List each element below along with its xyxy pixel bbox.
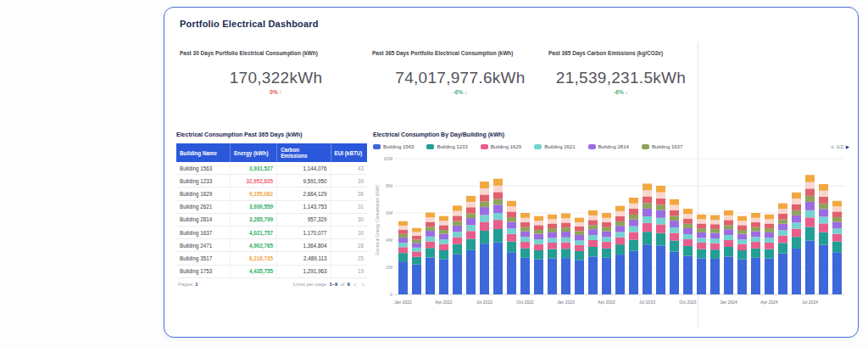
- legend-item[interactable]: Building 2621: [534, 144, 575, 149]
- bar-segment: [710, 259, 720, 294]
- bar-segment: [507, 222, 516, 229]
- lines-per-page: Lines per page 1–9 of 9 < >: [293, 282, 365, 288]
- table-cell: 9,591,950: [277, 175, 331, 187]
- bar-segment: [778, 219, 787, 223]
- bar-segment: [534, 234, 543, 239]
- bar-segment: [765, 232, 774, 238]
- bar-segment: [751, 213, 760, 218]
- kpi-value: 170,322kWh: [180, 69, 372, 87]
- bar-segment: [805, 202, 815, 210]
- y-axis-label: Electrical Energy Consumption (kWh): [375, 185, 380, 255]
- bar-segment: [602, 237, 611, 242]
- bar-segment: [426, 227, 435, 231]
- bar-segment: [737, 225, 747, 230]
- y-tick-label: 0: [390, 292, 392, 297]
- bar-segment: [602, 213, 611, 218]
- bar-segment: [548, 249, 557, 259]
- bar-segment: [439, 244, 448, 250]
- bar-segment: [588, 235, 598, 240]
- legend-item[interactable]: Building 2814: [588, 144, 629, 149]
- bar-segment: [697, 249, 706, 259]
- chevron-left-icon[interactable]: <: [353, 282, 358, 288]
- kpi-row: Past 30 Days Portfolio Electrical Consum…: [180, 50, 693, 95]
- x-tick-label: Apr 2022: [435, 299, 453, 305]
- legend-next-icon[interactable]: ▶: [846, 144, 849, 149]
- bar-segment: [507, 252, 516, 294]
- bar-segment: [724, 240, 733, 247]
- bar-segment: [751, 249, 760, 258]
- bar-segment: [412, 236, 421, 240]
- bar-segment: [629, 240, 638, 251]
- bar-segment: [561, 232, 570, 238]
- bar-segment: [602, 249, 611, 258]
- bar-segment: [710, 224, 720, 229]
- bar-segment: [493, 199, 503, 205]
- table-cell: 28: [331, 239, 367, 252]
- bar-segment: [480, 215, 489, 221]
- bar-segment: [466, 231, 476, 238]
- bar-segment: [765, 238, 774, 243]
- legend-pager: ◀1/2▶: [830, 144, 849, 149]
- bar-segment: [792, 229, 801, 238]
- bar-segment: [466, 225, 476, 231]
- chevron-right-icon[interactable]: >: [360, 282, 365, 288]
- bar-segment: [588, 229, 598, 235]
- legend-item[interactable]: Building 1629: [481, 144, 521, 149]
- bar-segment: [697, 258, 706, 294]
- bar-segment: [683, 246, 693, 256]
- bar-segment: [548, 238, 557, 243]
- bar-segment: [548, 223, 557, 228]
- bar-segment: [670, 233, 679, 241]
- table-cell: 3,285,799: [230, 213, 276, 226]
- legend-item[interactable]: Building 1233: [426, 144, 467, 149]
- x-tick-label: Jan 2022: [394, 299, 412, 305]
- bar-segment: [792, 215, 801, 222]
- bar-segment: [697, 223, 706, 228]
- bar-segment: [426, 222, 435, 227]
- bar-segment: [493, 220, 503, 229]
- bar-segment: [737, 230, 747, 234]
- bar-segment: [426, 257, 435, 294]
- consumption-table-panel: Electrical Consumption Past 365 Days (kW…: [176, 132, 367, 288]
- bar-segment: [453, 215, 462, 221]
- bar-segment: [493, 229, 503, 243]
- bar-segment: [629, 209, 638, 215]
- legend-prev-icon[interactable]: ◀: [830, 144, 833, 149]
- bar-segment: [412, 232, 421, 235]
- bar-segment: [792, 237, 801, 249]
- bar-segment: [778, 254, 787, 294]
- bar-segment: [832, 217, 842, 222]
- x-tick-label: Jan 2024: [720, 299, 737, 305]
- bar-segment: [643, 216, 652, 223]
- bar-segment: [751, 222, 760, 227]
- lines-label: Lines per page: [293, 282, 327, 287]
- bar-segment: [534, 216, 543, 221]
- bar-segment: [398, 243, 408, 247]
- bar-segment: [466, 202, 476, 207]
- table-cell: 4,021,757: [230, 226, 276, 238]
- bar-segment: [683, 239, 693, 246]
- bar-segment: [561, 223, 570, 228]
- table-cell: 36: [331, 187, 367, 200]
- bar-segment: [656, 210, 665, 218]
- consumption-table: Building Name Energy (kWh) Carbon Emissi…: [176, 143, 367, 278]
- bar-segment: [724, 256, 733, 294]
- bar-segment: [493, 204, 503, 213]
- bar-segment: [398, 247, 408, 253]
- bar-segment: [426, 237, 435, 242]
- legend-item[interactable]: Building 1637: [642, 144, 682, 149]
- bar-segment: [643, 196, 652, 203]
- bar-segment: [724, 235, 733, 240]
- page-value: 1: [195, 282, 198, 287]
- legend-label: Building 1637: [652, 144, 682, 149]
- bar-segment: [480, 182, 489, 188]
- bar-segment: [656, 204, 665, 210]
- bar-segment: [520, 232, 530, 238]
- y-tick-label: 10M: [383, 156, 392, 161]
- bar-segment: [724, 247, 733, 256]
- legend-item[interactable]: Building 1563: [373, 144, 414, 149]
- bar-segment: [615, 206, 625, 211]
- bar-segment: [724, 215, 733, 220]
- table-cell: 25: [331, 252, 367, 265]
- bar-segment: [520, 258, 530, 294]
